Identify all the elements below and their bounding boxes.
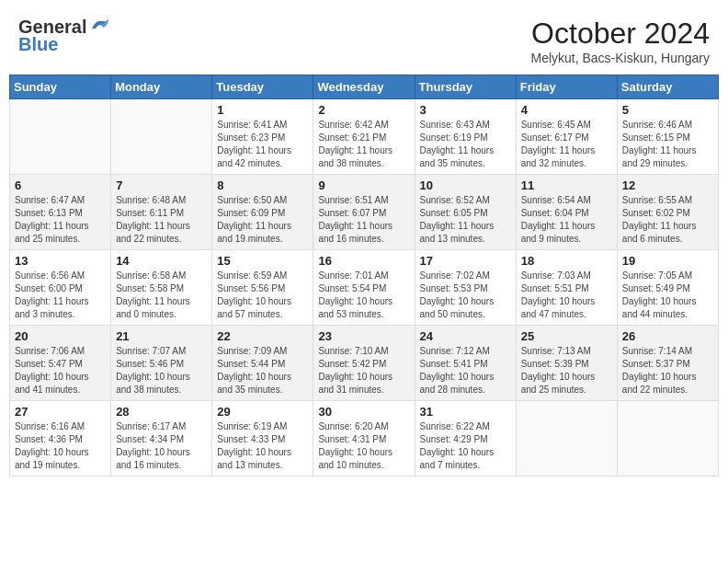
day-number: 26 xyxy=(622,329,713,343)
day-number: 9 xyxy=(318,178,409,192)
day-info: Sunrise: 7:07 AMSunset: 5:46 PMDaylight:… xyxy=(116,345,207,396)
calendar-cell: 10Sunrise: 6:52 AMSunset: 6:05 PMDayligh… xyxy=(415,175,516,250)
calendar-cell: 7Sunrise: 6:48 AMSunset: 6:11 PMDaylight… xyxy=(111,175,212,250)
day-info: Sunrise: 7:06 AMSunset: 5:47 PMDaylight:… xyxy=(15,345,106,396)
month-title: October 2024 xyxy=(530,17,710,51)
calendar-cell: 20Sunrise: 7:06 AMSunset: 5:47 PMDayligh… xyxy=(10,326,111,401)
weekday-header: Sunday xyxy=(10,75,111,99)
day-info: Sunrise: 6:50 AMSunset: 6:09 PMDaylight:… xyxy=(217,194,308,246)
calendar-cell: 5Sunrise: 6:46 AMSunset: 6:15 PMDaylight… xyxy=(617,99,718,175)
day-info: Sunrise: 7:13 AMSunset: 5:39 PMDaylight:… xyxy=(521,345,612,396)
calendar-week-row: 6Sunrise: 6:47 AMSunset: 6:13 PMDaylight… xyxy=(10,175,719,250)
day-info: Sunrise: 7:14 AMSunset: 5:37 PMDaylight:… xyxy=(622,345,713,396)
day-info: Sunrise: 7:01 AMSunset: 5:54 PMDaylight:… xyxy=(318,270,409,321)
calendar-cell: 27Sunrise: 6:16 AMSunset: 4:36 PMDayligh… xyxy=(10,401,111,477)
weekday-header: Friday xyxy=(516,75,617,99)
calendar-week-row: 1Sunrise: 6:41 AMSunset: 6:23 PMDaylight… xyxy=(10,99,719,175)
calendar-cell: 26Sunrise: 7:14 AMSunset: 5:37 PMDayligh… xyxy=(617,326,718,401)
calendar-table: SundayMondayTuesdayWednesdayThursdayFrid… xyxy=(9,75,719,477)
calendar-cell: 13Sunrise: 6:56 AMSunset: 6:00 PMDayligh… xyxy=(10,250,111,326)
day-number: 3 xyxy=(420,103,511,117)
calendar-cell: 18Sunrise: 7:03 AMSunset: 5:51 PMDayligh… xyxy=(516,250,617,326)
calendar-cell: 30Sunrise: 6:20 AMSunset: 4:31 PMDayligh… xyxy=(313,401,415,477)
calendar-cell: 6Sunrise: 6:47 AMSunset: 6:13 PMDaylight… xyxy=(10,175,111,250)
day-info: Sunrise: 7:05 AMSunset: 5:49 PMDaylight:… xyxy=(622,270,713,321)
day-number: 5 xyxy=(622,103,713,117)
day-number: 17 xyxy=(420,254,511,268)
day-number: 23 xyxy=(318,329,409,343)
day-number: 8 xyxy=(217,178,308,192)
day-info: Sunrise: 6:52 AMSunset: 6:05 PMDaylight:… xyxy=(420,194,511,246)
day-info: Sunrise: 6:19 AMSunset: 4:33 PMDaylight:… xyxy=(217,420,308,472)
calendar-cell xyxy=(617,401,718,477)
day-number: 10 xyxy=(420,178,511,192)
calendar-cell: 21Sunrise: 7:07 AMSunset: 5:46 PMDayligh… xyxy=(111,326,212,401)
day-info: Sunrise: 7:12 AMSunset: 5:41 PMDaylight:… xyxy=(420,345,511,396)
calendar-cell: 9Sunrise: 6:51 AMSunset: 6:07 PMDaylight… xyxy=(313,175,415,250)
calendar-cell: 16Sunrise: 7:01 AMSunset: 5:54 PMDayligh… xyxy=(313,250,415,326)
calendar-week-row: 13Sunrise: 6:56 AMSunset: 6:00 PMDayligh… xyxy=(10,250,719,326)
day-number: 7 xyxy=(116,178,207,192)
calendar-cell: 1Sunrise: 6:41 AMSunset: 6:23 PMDaylight… xyxy=(212,99,313,175)
calendar-cell: 28Sunrise: 6:17 AMSunset: 4:34 PMDayligh… xyxy=(111,401,212,477)
day-number: 14 xyxy=(116,254,207,268)
calendar-cell: 12Sunrise: 6:55 AMSunset: 6:02 PMDayligh… xyxy=(617,175,718,250)
calendar-cell: 3Sunrise: 6:43 AMSunset: 6:19 PMDaylight… xyxy=(415,99,516,175)
day-info: Sunrise: 7:09 AMSunset: 5:44 PMDaylight:… xyxy=(217,345,308,396)
calendar-cell: 29Sunrise: 6:19 AMSunset: 4:33 PMDayligh… xyxy=(212,401,313,477)
weekday-header: Monday xyxy=(111,75,212,99)
logo-blue-text: Blue xyxy=(18,34,58,55)
day-number: 28 xyxy=(116,405,207,419)
weekday-header: Saturday xyxy=(617,75,718,99)
logo-bird-icon xyxy=(88,16,112,36)
day-info: Sunrise: 6:51 AMSunset: 6:07 PMDaylight:… xyxy=(318,194,409,246)
day-info: Sunrise: 6:47 AMSunset: 6:13 PMDaylight:… xyxy=(15,194,106,246)
calendar-cell: 4Sunrise: 6:45 AMSunset: 6:17 PMDaylight… xyxy=(516,99,617,175)
calendar-cell: 19Sunrise: 7:05 AMSunset: 5:49 PMDayligh… xyxy=(617,250,718,326)
weekday-header: Tuesday xyxy=(212,75,313,99)
day-number: 31 xyxy=(420,405,511,419)
day-info: Sunrise: 7:10 AMSunset: 5:42 PMDaylight:… xyxy=(318,345,409,396)
day-number: 20 xyxy=(15,329,106,343)
calendar-cell: 23Sunrise: 7:10 AMSunset: 5:42 PMDayligh… xyxy=(313,326,415,401)
day-number: 21 xyxy=(116,329,207,343)
calendar-cell: 14Sunrise: 6:58 AMSunset: 5:58 PMDayligh… xyxy=(111,250,212,326)
calendar-cell: 31Sunrise: 6:22 AMSunset: 4:29 PMDayligh… xyxy=(415,401,516,477)
day-number: 27 xyxy=(15,405,106,419)
day-number: 25 xyxy=(521,329,612,343)
day-number: 24 xyxy=(420,329,511,343)
day-number: 12 xyxy=(622,178,713,192)
calendar-cell xyxy=(10,99,111,175)
calendar-cell: 25Sunrise: 7:13 AMSunset: 5:39 PMDayligh… xyxy=(516,326,617,401)
weekday-header: Thursday xyxy=(415,75,516,99)
calendar-cell xyxy=(516,401,617,477)
weekday-header: Wednesday xyxy=(313,75,415,99)
page-header: General Blue October 2024 Melykut, Bacs-… xyxy=(9,9,719,69)
calendar-week-row: 27Sunrise: 6:16 AMSunset: 4:36 PMDayligh… xyxy=(10,401,719,477)
logo: General Blue xyxy=(18,17,112,55)
day-number: 18 xyxy=(521,254,612,268)
day-number: 15 xyxy=(217,254,308,268)
calendar-cell: 2Sunrise: 6:42 AMSunset: 6:21 PMDaylight… xyxy=(313,99,415,175)
calendar-week-row: 20Sunrise: 7:06 AMSunset: 5:47 PMDayligh… xyxy=(10,326,719,401)
day-number: 13 xyxy=(15,254,106,268)
day-number: 19 xyxy=(622,254,713,268)
calendar-cell: 22Sunrise: 7:09 AMSunset: 5:44 PMDayligh… xyxy=(212,326,313,401)
day-number: 4 xyxy=(521,103,612,117)
title-area: October 2024 Melykut, Bacs-Kiskun, Hunga… xyxy=(530,17,710,65)
day-info: Sunrise: 6:42 AMSunset: 6:21 PMDaylight:… xyxy=(318,119,409,170)
day-info: Sunrise: 7:02 AMSunset: 5:53 PMDaylight:… xyxy=(420,270,511,321)
calendar-cell: 24Sunrise: 7:12 AMSunset: 5:41 PMDayligh… xyxy=(415,326,516,401)
calendar-cell: 8Sunrise: 6:50 AMSunset: 6:09 PMDaylight… xyxy=(212,175,313,250)
day-number: 22 xyxy=(217,329,308,343)
day-number: 11 xyxy=(521,178,612,192)
day-number: 1 xyxy=(217,103,308,117)
day-info: Sunrise: 6:46 AMSunset: 6:15 PMDaylight:… xyxy=(622,119,713,170)
day-info: Sunrise: 6:58 AMSunset: 5:58 PMDaylight:… xyxy=(116,270,207,321)
day-info: Sunrise: 6:17 AMSunset: 4:34 PMDaylight:… xyxy=(116,420,207,472)
day-number: 29 xyxy=(217,405,308,419)
day-info: Sunrise: 6:43 AMSunset: 6:19 PMDaylight:… xyxy=(420,119,511,170)
day-info: Sunrise: 6:54 AMSunset: 6:04 PMDaylight:… xyxy=(521,194,612,246)
calendar-cell xyxy=(111,99,212,175)
day-info: Sunrise: 6:22 AMSunset: 4:29 PMDaylight:… xyxy=(420,420,511,472)
